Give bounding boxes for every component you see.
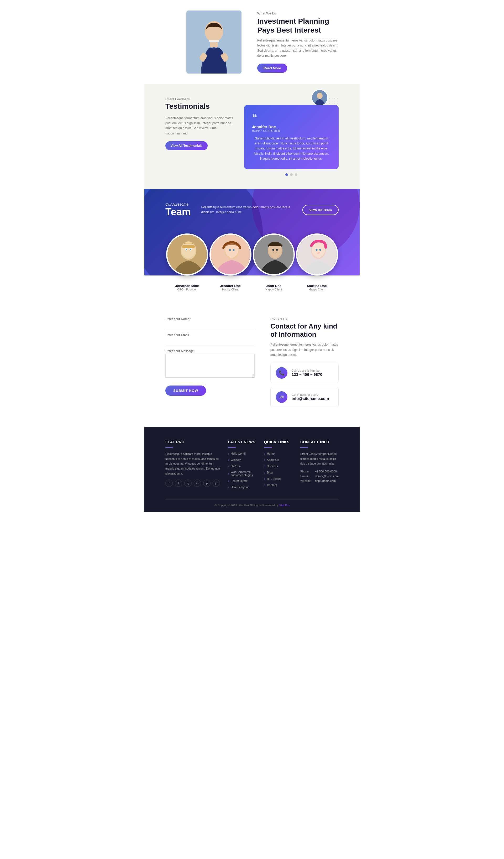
team-member-2-avatar — [210, 233, 251, 275]
email-label: Get in here for query — [292, 393, 329, 396]
svg-rect-15 — [187, 253, 190, 258]
social-twitter[interactable]: t — [175, 480, 182, 487]
contact-description: Pellentesque fermentum eros varius dolor… — [270, 342, 339, 358]
team-top-bar: Our Awesome Team Pellentesque fermentum … — [165, 202, 339, 218]
social-facebook[interactable]: f — [165, 480, 173, 487]
team-sub-label: Our Awesome — [165, 202, 190, 207]
link-rtl[interactable]: RTL Tested — [264, 477, 292, 481]
team-description: Pellentesque fermentum eros varius dolor… — [190, 205, 302, 215]
svg-point-13 — [190, 249, 191, 250]
social-pinterest[interactable]: p — [203, 480, 211, 487]
white-cards-row: Jonathan Mike CEO - Founder Jennifer Doe… — [144, 275, 360, 301]
hero-content: What We Do Investment Planning Pays Best… — [252, 11, 344, 73]
email-label: Enter Your Email : — [165, 333, 255, 337]
social-linkedin[interactable]: in — [194, 480, 201, 487]
phone-card: 📞 Call Us at this Number 123 – 456 – 987… — [270, 363, 339, 383]
team-member-card-4: Martina Doe Happy Client — [296, 281, 338, 291]
team-avatars-row — [165, 233, 339, 275]
contact-form: Enter Your Name : Enter Your Email : Ent… — [165, 317, 255, 411]
svg-point-31 — [316, 249, 317, 251]
email-card: ✉ Get in here for query info@sitename.co… — [270, 387, 339, 407]
social-youtube[interactable]: yt — [213, 480, 220, 487]
link-services[interactable]: Services — [264, 464, 292, 468]
name-input[interactable] — [165, 322, 255, 329]
footer-phone-row: Phone: +1 500 000 0000 — [300, 470, 339, 473]
footer-divider-4 — [300, 447, 308, 448]
footer-brand-link[interactable]: Flat Pro — [279, 504, 290, 507]
hero-section: What We Do Investment Planning Pays Best… — [144, 0, 360, 84]
team-member-4-avatar — [296, 233, 338, 275]
testimonials-left: Client Feedback Testimonials Pellentesqu… — [165, 97, 234, 150]
testimonials-title: Testimonials — [165, 102, 234, 110]
team-member-card-2: Jennifer Doe Happy Client — [210, 281, 251, 291]
member-role-4: Happy Client — [296, 288, 338, 291]
team-member-1-avatar — [166, 233, 208, 275]
phone-value: 123 – 456 – 9870 — [292, 372, 322, 377]
link-about[interactable]: About Us — [264, 458, 292, 462]
member-role-3: Happy Client — [253, 288, 295, 291]
testimonial-quote: Nullam blandit velit in elit vestibulum,… — [252, 136, 331, 161]
submit-button[interactable]: SUBMIT NOW — [165, 386, 206, 396]
hero-label: What We Do — [257, 11, 344, 15]
social-instagram[interactable]: ig — [184, 480, 192, 487]
team-header-left: Our Awesome Team — [165, 202, 190, 218]
view-all-testimonials-button[interactable]: View All Testimonials — [165, 141, 208, 150]
contact-title: Contact for Any kind of Information — [270, 322, 339, 338]
dot-2[interactable] — [290, 173, 293, 176]
member-name-1: Jonathan Mike — [166, 284, 208, 288]
footer-news-col: LATEST NEWS Hello world! Widgets bbPress… — [228, 440, 256, 491]
member-role-2: Happy Client — [210, 288, 251, 291]
footer-brand-col: FLAT PRO Pellentesque habitant morbi tri… — [165, 440, 220, 491]
svg-point-26 — [276, 249, 278, 251]
news-item-3[interactable]: bbPress — [228, 464, 256, 468]
news-item-4[interactable]: WooCommerce and other plugins — [228, 470, 256, 477]
footer-phone-label: Phone: — [300, 470, 314, 473]
news-item-5[interactable]: Footer layout — [228, 479, 256, 483]
svg-rect-14 — [182, 245, 195, 248]
footer-email-label: E-mail: — [300, 474, 314, 478]
dot-1[interactable] — [285, 173, 288, 176]
footer-email-row: E-mail: demo@lorem.com — [300, 474, 339, 478]
email-input[interactable] — [165, 338, 255, 345]
footer-bottom: © Copyright 2019. Flat Pro All Rights Re… — [165, 499, 339, 507]
footer-divider-2 — [228, 447, 236, 448]
member-name-3: John Doe — [253, 284, 295, 288]
phone-icon: 📞 — [276, 367, 287, 379]
email-value: info@sitename.com — [292, 396, 329, 401]
footer-website-row: Website: http://demo.com — [300, 479, 339, 482]
footer-divider-3 — [264, 447, 272, 448]
testimonials-section: Client Feedback Testimonials Pellentesqu… — [144, 84, 360, 189]
testimonials-right: ❝ Jennifer Doe Happy Customer Nullam bla… — [244, 97, 339, 176]
footer: FLAT PRO Pellentesque habitant morbi tri… — [144, 427, 360, 512]
message-textarea[interactable] — [165, 354, 255, 378]
testimonial-dots — [244, 173, 339, 176]
hero-description: Pellentesque fermentum eros varius dolor… — [257, 38, 344, 58]
footer-grid: FLAT PRO Pellentesque habitant morbi tri… — [165, 440, 339, 491]
footer-news-title: LATEST NEWS — [228, 440, 256, 444]
team-member-card-3: John Doe Happy Client — [253, 281, 295, 291]
footer-contact-col: CONTACT INFO Street 238,52 tempor Donec … — [300, 440, 339, 491]
svg-point-20 — [232, 249, 234, 251]
footer-brand-title: FLAT PRO — [165, 440, 220, 444]
team-member-3-avatar — [253, 233, 295, 275]
footer-website-value: http://demo.com — [315, 479, 336, 482]
news-item-2[interactable]: Widgets — [228, 458, 256, 462]
news-item-1[interactable]: Hello world! — [228, 451, 256, 456]
contact-inner: Enter Your Name : Enter Your Email : Ent… — [165, 317, 339, 411]
svg-point-32 — [319, 249, 321, 251]
link-contact[interactable]: Contact — [264, 483, 292, 487]
testimonial-avatar — [311, 89, 328, 106]
footer-links-title: QUICK LINKS — [264, 440, 292, 444]
news-item-6[interactable]: Header layout — [228, 485, 256, 489]
svg-point-6 — [317, 93, 323, 99]
read-more-button[interactable]: Read More — [257, 63, 287, 73]
link-home[interactable]: Home — [264, 451, 292, 456]
footer-website-label: Website: — [300, 479, 314, 482]
footer-links-col: QUICK LINKS Home About Us Services Blog … — [264, 440, 292, 491]
dot-3[interactable] — [295, 173, 297, 176]
view-all-team-button[interactable]: View All Team — [302, 205, 339, 215]
svg-point-25 — [272, 249, 274, 251]
avatar-image — [312, 90, 327, 105]
link-blog[interactable]: Blog — [264, 470, 292, 474]
footer-contact-address: Street 238,52 tempor Donec ultrices matt… — [300, 451, 339, 466]
